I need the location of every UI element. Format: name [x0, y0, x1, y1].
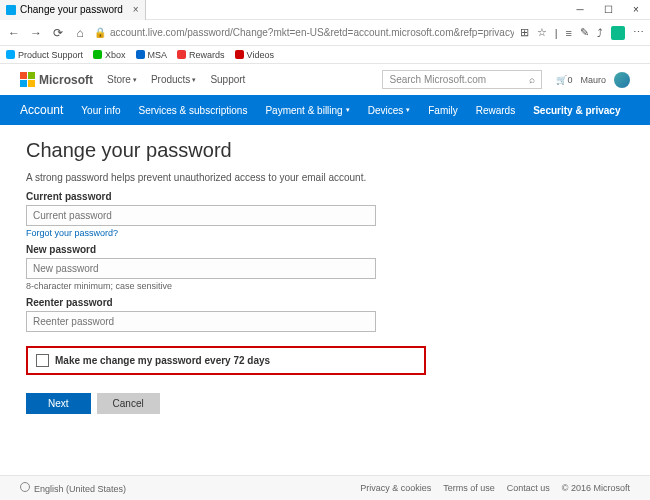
address-bar[interactable]: 🔒 account.live.com/password/Change?mkt=e… [94, 27, 514, 38]
globe-icon [20, 482, 30, 492]
notes-icon[interactable]: ✎ [580, 26, 589, 39]
header-right: 🛒0 Mauro [556, 72, 630, 88]
tab-rewards[interactable]: Rewards [476, 105, 515, 116]
nav-store[interactable]: Store▾ [107, 74, 137, 85]
current-password-label: Current password [26, 191, 624, 202]
close-icon[interactable]: × [622, 0, 650, 20]
cart-icon[interactable]: 🛒0 [556, 75, 572, 85]
user-name[interactable]: Mauro [580, 75, 606, 85]
avatar[interactable] [614, 72, 630, 88]
fav-msa[interactable]: MSA [136, 50, 168, 60]
new-password-label: New password [26, 244, 624, 255]
browser-actions: ⊞ ☆ | ≡ ✎ ⤴ ⋯ [520, 26, 644, 40]
back-icon[interactable]: ← [6, 26, 22, 40]
current-password-input[interactable] [26, 205, 376, 226]
search-input[interactable]: Search Microsoft.com ⌕ [382, 70, 542, 89]
search-icon[interactable]: ⌕ [529, 74, 535, 85]
page-content: Microsoft Store▾ Products▾ Support Searc… [0, 64, 650, 500]
hub-icon[interactable]: ≡ [566, 27, 572, 39]
share-icon[interactable]: ⤴ [597, 27, 603, 39]
forgot-password-link[interactable]: Forgot your password? [26, 228, 118, 238]
tab-security[interactable]: Security & privacy [533, 105, 620, 116]
tab-favicon [6, 5, 16, 15]
lock-icon: 🔒 [94, 27, 106, 38]
footer-privacy[interactable]: Privacy & cookies [360, 483, 431, 493]
footer-contact[interactable]: Contact us [507, 483, 550, 493]
page-desc: A strong password helps prevent unauthor… [26, 172, 624, 183]
window-titlebar: Change your password × ─ ☐ × [0, 0, 650, 20]
divider: | [555, 27, 558, 39]
footer-terms[interactable]: Terms of use [443, 483, 495, 493]
favorites-bar: Product Support Xbox MSA Rewards Videos [0, 46, 650, 64]
extension-icon[interactable] [611, 26, 625, 40]
checkbox-row-highlighted: Make me change my password every 72 days [26, 346, 426, 375]
page-title: Change your password [26, 139, 624, 162]
tab-title: Change your password [20, 4, 123, 15]
maximize-icon[interactable]: ☐ [594, 0, 622, 20]
favorite-icon[interactable]: ☆ [537, 26, 547, 39]
reenter-password-label: Reenter password [26, 297, 624, 308]
password-hint: 8-character minimum; case sensitive [26, 281, 624, 291]
microsoft-logo[interactable]: Microsoft [20, 72, 93, 87]
language-selector[interactable]: English (United States) [20, 482, 126, 494]
tab-devices[interactable]: Devices▾ [368, 105, 411, 116]
browser-tab[interactable]: Change your password × [0, 0, 146, 20]
tab-account[interactable]: Account [20, 103, 63, 117]
logo-icon [20, 72, 35, 87]
new-password-input[interactable] [26, 258, 376, 279]
close-tab-icon[interactable]: × [133, 4, 139, 15]
refresh-icon[interactable]: ⟳ [50, 26, 66, 40]
next-button[interactable]: Next [26, 393, 91, 414]
tab-family[interactable]: Family [428, 105, 457, 116]
fav-xbox[interactable]: Xbox [93, 50, 126, 60]
header-nav: Store▾ Products▾ Support [107, 74, 245, 85]
browser-navbar: ← → ⟳ ⌂ 🔒 account.live.com/password/Chan… [0, 20, 650, 46]
reading-icon[interactable]: ⊞ [520, 26, 529, 39]
button-row: Next Cancel [26, 393, 624, 414]
footer-copyright: © 2016 Microsoft [562, 483, 630, 493]
tab-services[interactable]: Services & subscriptions [138, 105, 247, 116]
cancel-button[interactable]: Cancel [97, 393, 160, 414]
home-icon[interactable]: ⌂ [72, 26, 88, 40]
tab-your-info[interactable]: Your info [81, 105, 120, 116]
window-controls: ─ ☐ × [566, 0, 650, 20]
nav-support[interactable]: Support [210, 74, 245, 85]
main-content: Change your password A strong password h… [0, 125, 650, 428]
tab-payment[interactable]: Payment & billing▾ [265, 105, 349, 116]
forward-icon[interactable]: → [28, 26, 44, 40]
minimize-icon[interactable]: ─ [566, 0, 594, 20]
fav-videos[interactable]: Videos [235, 50, 274, 60]
site-header: Microsoft Store▾ Products▾ Support Searc… [0, 64, 650, 95]
reenter-password-input[interactable] [26, 311, 376, 332]
more-icon[interactable]: ⋯ [633, 26, 644, 39]
expire-checkbox[interactable] [36, 354, 49, 367]
account-nav: Account Your info Services & subscriptio… [0, 95, 650, 125]
fav-product-support[interactable]: Product Support [6, 50, 83, 60]
fav-rewards[interactable]: Rewards [177, 50, 225, 60]
nav-products[interactable]: Products▾ [151, 74, 196, 85]
footer: English (United States) Privacy & cookie… [0, 475, 650, 500]
expire-checkbox-label[interactable]: Make me change my password every 72 days [55, 355, 270, 366]
url-text: account.live.com/password/Change?mkt=en-… [110, 27, 514, 38]
